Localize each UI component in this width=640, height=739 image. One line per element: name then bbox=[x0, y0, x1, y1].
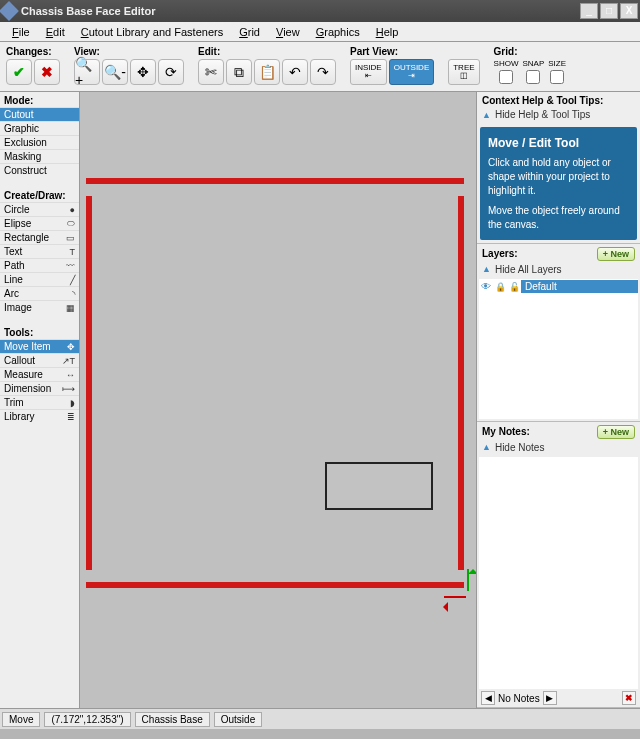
hide-layers-toggle[interactable]: ▲Hide All Layers bbox=[477, 262, 640, 279]
accept-button[interactable]: ✔ bbox=[6, 59, 32, 85]
zoom-in-button[interactable]: 🔍+ bbox=[74, 59, 100, 85]
tool-library[interactable]: Library≣ bbox=[0, 409, 79, 423]
paste-icon: 📋 bbox=[259, 64, 276, 80]
tip-card: Move / Edit Tool Click and hold any obje… bbox=[480, 127, 637, 240]
create-image[interactable]: Image▦ bbox=[0, 300, 79, 314]
pan-button[interactable]: ✥ bbox=[130, 59, 156, 85]
tool-dimension[interactable]: Dimension⟼ bbox=[0, 381, 79, 395]
ellipse-icon: ⬭ bbox=[67, 218, 75, 229]
reject-button[interactable]: ✖ bbox=[34, 59, 60, 85]
grid-show-checkbox[interactable] bbox=[499, 70, 513, 84]
tip-paragraph-2: Move the object freely around the canvas… bbox=[488, 204, 629, 232]
edge-bottom bbox=[86, 582, 464, 588]
paste-button[interactable]: 📋 bbox=[254, 59, 280, 85]
menu-graphics[interactable]: Graphics bbox=[308, 24, 368, 40]
edge-left bbox=[86, 196, 92, 570]
axis-y-icon bbox=[467, 569, 469, 591]
cutout-rectangle[interactable] bbox=[325, 462, 433, 510]
mode-construct[interactable]: Construct bbox=[0, 163, 79, 177]
create-elipse[interactable]: Elipse⬭ bbox=[0, 216, 79, 230]
copy-icon: ⧉ bbox=[234, 64, 244, 81]
zoom-out-button[interactable]: 🔍- bbox=[102, 59, 128, 85]
mode-list: Cutout Graphic Exclusion Masking Constru… bbox=[0, 107, 79, 177]
grid-size-checkbox[interactable] bbox=[550, 70, 564, 84]
create-text[interactable]: TextT bbox=[0, 244, 79, 258]
toolbar-changes: Changes: ✔ ✖ bbox=[6, 46, 60, 85]
layers-new-button[interactable]: + New bbox=[597, 247, 635, 261]
menu-grid[interactable]: Grid bbox=[231, 24, 268, 40]
statusbar: Move (7.172",12.353") Chassis Base Outsi… bbox=[0, 708, 640, 729]
cut-button[interactable]: ✄ bbox=[198, 59, 224, 85]
measure-icon: ↔ bbox=[66, 370, 75, 380]
toolbar-tree: TREE◫ bbox=[448, 46, 479, 85]
notes-delete-button[interactable]: ✖ bbox=[622, 691, 636, 705]
circle-icon: ● bbox=[70, 205, 75, 215]
callout-icon: ↗T bbox=[62, 356, 76, 366]
mode-masking[interactable]: Masking bbox=[0, 149, 79, 163]
mode-exclusion[interactable]: Exclusion bbox=[0, 135, 79, 149]
menu-cutout-library[interactable]: Cutout Library and Fasteners bbox=[73, 24, 231, 40]
toolbar: Changes: ✔ ✖ View: 🔍+ 🔍- ✥ ⟳ Edit: ✄ ⧉ 📋… bbox=[0, 42, 640, 92]
tree-button[interactable]: TREE◫ bbox=[448, 59, 479, 85]
create-path[interactable]: Path〰 bbox=[0, 258, 79, 272]
create-circle[interactable]: Circle● bbox=[0, 202, 79, 216]
hide-help-toggle[interactable]: ▲Hide Help & Tool Tips bbox=[477, 107, 640, 124]
rectangle-icon: ▭ bbox=[66, 233, 75, 243]
toolbar-edit: Edit: ✄ ⧉ 📋 ↶ ↷ bbox=[198, 46, 336, 85]
redo-button[interactable]: ↷ bbox=[310, 59, 336, 85]
collapse-icon: ▲ bbox=[482, 264, 491, 274]
grid-show-label: SHOW bbox=[494, 59, 519, 68]
tool-trim[interactable]: Trim◗ bbox=[0, 395, 79, 409]
menu-view[interactable]: View bbox=[268, 24, 308, 40]
layer-row-default[interactable]: 👁 🔒 🔓 Default bbox=[479, 279, 638, 295]
create-rectangle[interactable]: Rectangle▭ bbox=[0, 230, 79, 244]
notes-next-button[interactable]: ▶ bbox=[543, 691, 557, 705]
layer-name: Default bbox=[521, 280, 638, 293]
lock-icon[interactable]: 🔒 bbox=[493, 282, 507, 292]
refresh-button[interactable]: ⟳ bbox=[158, 59, 184, 85]
partview-label: Part View: bbox=[350, 46, 434, 57]
toolbar-view: View: 🔍+ 🔍- ✥ ⟳ bbox=[74, 46, 184, 85]
unlock-icon[interactable]: 🔓 bbox=[507, 282, 521, 292]
toolbar-grid: Grid: SHOW SNAP SIZE bbox=[494, 46, 570, 85]
maximize-button[interactable]: □ bbox=[600, 3, 618, 19]
hide-notes-toggle[interactable]: ▲Hide Notes bbox=[477, 440, 640, 457]
zoom-in-icon: 🔍+ bbox=[75, 56, 99, 88]
dimension-icon: ⟼ bbox=[62, 384, 75, 394]
notes-body[interactable] bbox=[479, 457, 638, 689]
undo-button[interactable]: ↶ bbox=[282, 59, 308, 85]
status-side: Outside bbox=[214, 712, 262, 727]
tool-callout[interactable]: Callout↗T bbox=[0, 353, 79, 367]
status-tool: Move bbox=[2, 712, 40, 727]
mode-graphic[interactable]: Graphic bbox=[0, 121, 79, 135]
copy-button[interactable]: ⧉ bbox=[226, 59, 252, 85]
eye-icon[interactable]: 👁 bbox=[479, 281, 493, 292]
notes-prev-button[interactable]: ◀ bbox=[481, 691, 495, 705]
redo-icon: ↷ bbox=[317, 64, 329, 80]
tool-move-item[interactable]: Move Item✥ bbox=[0, 339, 79, 353]
create-header: Create/Draw: bbox=[0, 187, 79, 202]
notes-new-button[interactable]: + New bbox=[597, 425, 635, 439]
grid-snap-checkbox[interactable] bbox=[526, 70, 540, 84]
menu-file[interactable]: File bbox=[4, 24, 38, 40]
status-coords: (7.172",12.353") bbox=[44, 712, 130, 727]
zoom-out-icon: 🔍- bbox=[104, 64, 126, 80]
move-icon: ✥ bbox=[67, 342, 75, 352]
tool-measure[interactable]: Measure↔ bbox=[0, 367, 79, 381]
scissors-icon: ✄ bbox=[205, 64, 217, 80]
canvas[interactable] bbox=[80, 92, 476, 708]
create-arc[interactable]: Arc◝ bbox=[0, 286, 79, 300]
part-frame[interactable] bbox=[86, 178, 464, 588]
menu-edit[interactable]: Edit bbox=[38, 24, 73, 40]
create-line[interactable]: Line╱ bbox=[0, 272, 79, 286]
inside-button[interactable]: INSIDE⇤ bbox=[350, 59, 387, 85]
menu-help[interactable]: Help bbox=[368, 24, 407, 40]
minimize-button[interactable]: _ bbox=[580, 3, 598, 19]
close-button[interactable]: X bbox=[620, 3, 638, 19]
titlebar: Chassis Base Face Editor _ □ X bbox=[0, 0, 640, 22]
grid-size-label: SIZE bbox=[548, 59, 566, 68]
outside-button[interactable]: OUTSIDE⇥ bbox=[389, 59, 435, 85]
grid-label: Grid: bbox=[494, 46, 570, 57]
collapse-icon: ▲ bbox=[482, 442, 491, 452]
mode-cutout[interactable]: Cutout bbox=[0, 107, 79, 121]
